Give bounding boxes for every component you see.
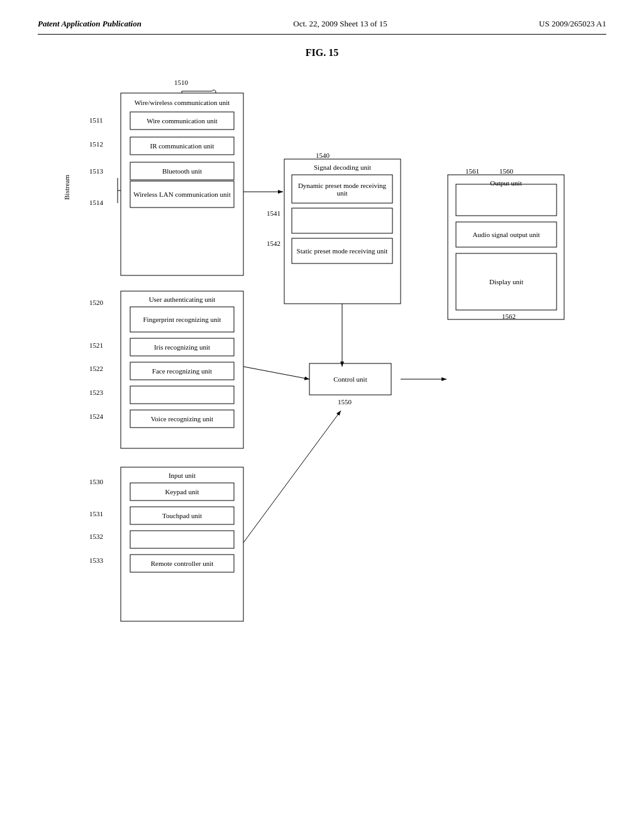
box-wire-wireless-header: Wire/wireless communication unit [121,93,243,112]
label-1532: 1532 [89,533,103,540]
box-touchpad: Touchpad unit [130,507,234,524]
box-wire-comm: Wire communication unit [130,112,234,130]
label-1560: 1560 [499,167,513,175]
box-fingerprint: Fingerprint recognizing unit [130,307,234,332]
label-1530: 1530 [89,478,103,485]
box-audio-signal: Audio signal output unit [456,222,557,247]
label-1524: 1524 [89,412,103,420]
box-dynamic-preset: Dynamic preset mode receiving unit [292,175,392,203]
box-keypad: Keypad unit [130,483,234,501]
label-1561: 1561 [465,167,479,175]
label-1542: 1542 [267,240,280,247]
svg-line-11 [243,411,341,543]
label-1550: 1550 [338,398,352,406]
label-1513: 1513 [89,167,103,175]
box-output-header: Output unit [448,175,564,191]
label-1511: 1511 [89,116,103,124]
label-1531: 1531 [89,510,103,517]
box-user-auth-header: User authenticating unit [121,291,243,307]
box-voice: Voice recognizing unit [130,410,234,428]
header-left: Patent Application Publication [38,19,142,29]
label-1523: 1523 [89,389,103,396]
box-control: Control unit [309,363,391,395]
header-right: US 2009/265023 A1 [539,19,606,29]
bistream-label: Bistream [63,175,70,200]
box-face: Face recognizing unit [130,362,234,380]
label-1510: 1510 [174,79,188,86]
label-1522: 1522 [89,365,103,372]
box-bluetooth: Bluetooth unit [130,162,234,180]
box-iris: Iris recognizing unit [130,338,234,356]
box-signal-decode-header: Signal decoding unit [284,159,401,175]
svg-rect-23 [130,386,234,404]
box-static-preset: Static preset mode receiving unit [292,238,392,263]
svg-line-12 [243,367,309,379]
box-display: Display unit [456,253,557,310]
svg-rect-27 [130,531,234,548]
label-1514: 1514 [89,199,103,206]
page-header: Patent Application Publication Oct. 22, … [38,19,606,35]
svg-rect-30 [292,208,392,233]
label-1533: 1533 [89,556,103,564]
label-1512: 1512 [89,140,103,148]
label-1562: 1562 [502,313,516,320]
label-1540: 1540 [316,152,330,159]
figure-title: FIG. 15 [38,47,606,58]
diagram-area: 1510 1511 1512 1513 1514 1520 1521 1522 … [52,77,592,738]
box-wireless-lan: Wireless LAN communication unit [130,181,234,208]
page: Patent Application Publication Oct. 22, … [0,0,644,830]
box-input-header: Input unit [121,467,243,483]
box-remote: Remote controller unit [130,555,234,572]
label-1520: 1520 [89,299,103,306]
box-ir-comm: IR communication unit [130,137,234,155]
label-1541: 1541 [267,209,280,217]
label-1521: 1521 [89,341,103,349]
header-center: Oct. 22, 2009 Sheet 13 of 15 [293,19,387,29]
